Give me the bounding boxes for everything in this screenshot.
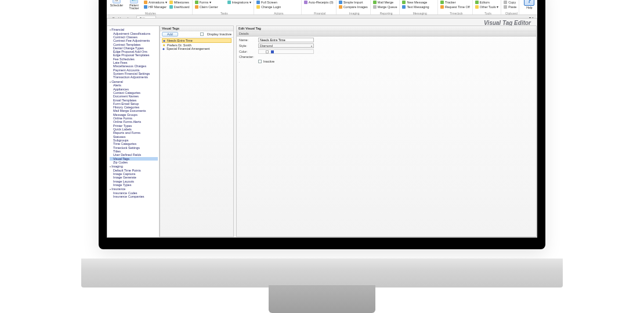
- tree-category[interactable]: General: [110, 80, 158, 84]
- tree-category[interactable]: Financial: [110, 28, 158, 32]
- animations-icon: [144, 1, 147, 4]
- mail-merge-button[interactable]: Mail Merge: [373, 0, 397, 5]
- fullscreen-icon: [256, 1, 260, 4]
- add-button[interactable]: Add: [162, 32, 178, 37]
- forms-icon: [195, 1, 198, 4]
- star-icon: ★: [162, 43, 165, 47]
- new-message-button[interactable]: New Message: [402, 0, 435, 5]
- list-item-label: Needs Extra Time: [167, 39, 193, 42]
- help-button[interactable]: ? Help: [522, 0, 537, 9]
- color-swatch-2[interactable]: [266, 50, 269, 53]
- diamond-icon: ◆: [162, 47, 165, 50]
- tree-item[interactable]: Transaction Adjustments: [110, 75, 158, 79]
- inactive-label: Inactive: [263, 60, 274, 63]
- integrations-button[interactable]: Integrations ▾: [227, 0, 251, 5]
- dashboard-button[interactable]: Dashboard: [169, 5, 190, 9]
- paste-button[interactable]: Paste: [504, 5, 516, 9]
- style-select[interactable]: Diamond: [258, 43, 314, 48]
- rightpanel-header: Edit Visual Tag: [237, 26, 536, 31]
- milestones-button[interactable]: Milestones: [169, 0, 190, 5]
- compare-icon: [339, 5, 342, 9]
- other-tools-button[interactable]: Other Tools ▾: [475, 5, 499, 9]
- receipts-icon: [304, 1, 307, 4]
- color-swatch-1[interactable]: [261, 50, 263, 53]
- mergequeue-icon: [373, 5, 377, 9]
- name-label: Name:: [239, 38, 256, 42]
- name-input[interactable]: [258, 38, 314, 42]
- change-login-button[interactable]: Change Login: [256, 5, 281, 9]
- display-inactive-checkbox[interactable]: [200, 32, 204, 36]
- simple-import-button[interactable]: Simple Import: [339, 0, 368, 5]
- claim-center-button[interactable]: Claim Center: [195, 5, 225, 9]
- tree-category[interactable]: Imaging: [110, 165, 158, 169]
- visual-tags-list[interactable]: ◆Needs Extra Time★Prefers Dr. Smith◆Spec…: [160, 38, 233, 51]
- tree-item[interactable]: Insurance Companies: [110, 195, 158, 198]
- style-label: Style:: [239, 44, 256, 48]
- character-label: Character:: [239, 55, 256, 59]
- dashboard-icon: [169, 5, 173, 9]
- list-item-label: Special Financial Arrangement: [167, 47, 210, 50]
- copy-button[interactable]: Copy: [504, 0, 516, 5]
- list-item[interactable]: ◆Special Financial Arrangement: [162, 47, 231, 50]
- display-inactive-label: Display Inactive: [207, 32, 231, 36]
- details-header: Details: [237, 31, 536, 37]
- tree-category[interactable]: Insurance: [110, 187, 158, 191]
- color-swatch-3[interactable]: [271, 50, 274, 53]
- scheduler-button[interactable]: 📅Scheduler: [109, 0, 124, 10]
- forms-button[interactable]: Forms ▾: [195, 0, 225, 5]
- newmsg-icon: [402, 1, 406, 4]
- claim-icon: [195, 5, 198, 9]
- midpanel-header: Visual Tags: [160, 26, 233, 31]
- hr-manager-button[interactable]: HR Manager: [144, 5, 167, 9]
- simpleimport-icon: [339, 1, 342, 4]
- fullscreen-button[interactable]: Full Screen: [256, 0, 281, 5]
- monitor-base: [81, 259, 563, 287]
- merge-queue-button[interactable]: Merge Queue: [373, 5, 397, 9]
- auto-receipts-button[interactable]: Auto-Receipts (0): [304, 0, 334, 5]
- animations-button[interactable]: Animations ▾: [144, 0, 167, 5]
- monitor-foot: [269, 285, 375, 313]
- hr-icon: [144, 5, 147, 9]
- list-item[interactable]: ★Prefers Dr. Smith: [162, 43, 231, 47]
- list-item-label: Prefers Dr. Smith: [167, 43, 191, 47]
- rto-icon: [440, 5, 444, 9]
- color-picker[interactable]: [258, 49, 314, 54]
- textmsg-icon: [402, 5, 406, 9]
- request-time-off-button[interactable]: Request Time Off: [440, 5, 470, 9]
- othertools-icon: [475, 5, 479, 9]
- compare-images-button[interactable]: Compare Images: [339, 5, 368, 9]
- list-item[interactable]: ◆Needs Extra Time: [162, 38, 231, 43]
- text-messaging-button[interactable]: Text Messaging: [402, 5, 435, 9]
- editor-tree[interactable]: FinancialAdjustment ClassificationsContr…: [110, 28, 158, 199]
- integrations-icon: [227, 1, 231, 4]
- paste-icon: [504, 5, 507, 9]
- color-label: Color:: [239, 50, 256, 53]
- tracker-icon: [440, 1, 444, 4]
- tracker-button[interactable]: Tracker: [440, 0, 470, 5]
- tree-item[interactable]: Zip Codes: [110, 161, 158, 164]
- changelogin-icon: [256, 5, 260, 9]
- diamond-icon: ◆: [163, 39, 165, 42]
- inactive-checkbox[interactable]: [258, 60, 262, 63]
- mailmerge-icon: [373, 1, 377, 4]
- milestones-icon: [169, 1, 173, 4]
- editors-button[interactable]: Editors: [475, 0, 499, 5]
- editors-icon: [475, 1, 479, 4]
- help-question-icon: ?: [524, 0, 534, 6]
- patient-tracker-button[interactable]: 🪪Patient Tracker: [126, 0, 142, 10]
- copy-icon: [504, 1, 507, 4]
- tree-item[interactable]: Image Types: [110, 183, 158, 187]
